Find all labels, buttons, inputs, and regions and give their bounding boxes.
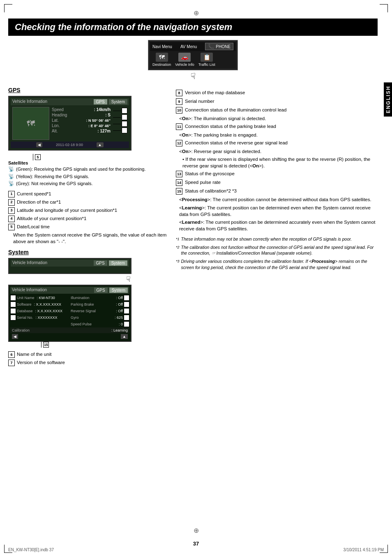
sys-callout-11: 11	[124, 302, 129, 307]
gps-section: GPS Vehicle Information GPS System	[8, 87, 168, 245]
right-item-11-sub: <On>: The parking brake is engaged.	[176, 132, 378, 138]
right-item-15: 15 Status of calibration*2 *3	[176, 188, 378, 195]
nav-destination-icon: 🗺 Destination	[152, 53, 171, 67]
system-item-6-text: Name of the unit	[17, 351, 51, 357]
sat-yellow: 📡 (Yellow): Receiving the GPS signals.	[8, 174, 168, 180]
sys-up-btn: ▲	[121, 334, 128, 339]
page-title: Checking the information of the navigati…	[8, 19, 378, 36]
gps-tab-outer: GPS	[94, 260, 107, 266]
sys-callout-12: 12	[124, 308, 129, 314]
right-item-15-text: Status of calibration*2 *3	[185, 188, 237, 194]
gps-item-4-text: Altitude of your current position*1	[17, 215, 86, 222]
system-screen-wrapper: Vehicle Information GPS System ☟	[8, 258, 164, 348]
sat-yellow-desc: (Yellow): Receiving the GPS signals.	[16, 174, 89, 179]
footer-file-info: EN_KW-NT30[E].indb 37	[8, 548, 54, 552]
gps-note: When the System cannot receive the GPS s…	[8, 232, 168, 245]
gps-item-5-text: Date/Local time	[17, 223, 50, 230]
main-content: Checking the information of the navigati…	[8, 19, 378, 541]
right-column: 8 Version of the map database 9 Serial n…	[176, 87, 378, 367]
language-tab: ENGLISH	[384, 82, 392, 116]
forward-button: ▲	[97, 142, 104, 147]
cal-learning: <Learning>: The current position can be …	[176, 204, 378, 218]
right-item-10-text: Connection status of the illumination co…	[185, 107, 286, 113]
nav-phone-button: 📞 PHONE	[205, 43, 233, 50]
gps-screen-mock: Vehicle Information GPS System 🗺 S	[8, 96, 131, 151]
right-item-11-text: Connection status of the parking brake l…	[185, 123, 276, 130]
system-screen-title: Vehicle Information	[12, 288, 47, 293]
callout-4: 4	[122, 128, 127, 133]
crosshair-top-icon: ⊕	[194, 9, 199, 17]
gps-tab: GPS	[94, 99, 107, 104]
sat-green: 📡 (Green): Receiving the GPS signals and…	[8, 166, 168, 173]
nav-traffic-list-icon: 📋 Traffic List	[198, 53, 215, 67]
sat-green-desc: (Green): Receiving the GPS signals and u…	[16, 166, 146, 172]
gps-map-display: 🗺	[12, 107, 49, 140]
gps-item-3: 3 Latitude and longitude of your current…	[8, 207, 168, 214]
gps-item-1-text: Current speed*1	[17, 190, 51, 197]
sys-callout-9: 9	[10, 315, 16, 320]
system-section: System Vehicle Information GPS System	[8, 249, 168, 366]
page-number: 37	[193, 541, 199, 547]
system-item-7: 7 Version of the software	[8, 359, 168, 366]
nav-menu-item-navi: Navi Menu	[152, 44, 172, 49]
right-item-14: 14 Speed pulse rate	[176, 179, 378, 186]
right-item-9-text: Serial number	[185, 98, 214, 104]
system-items-list: 6 Name of the unit 7 Version of the soft…	[8, 351, 168, 366]
right-item-10-sub: <On>: The illumination signal is detecte…	[176, 115, 378, 122]
corner-mark-tl	[4, 4, 12, 12]
left-column: GPS Vehicle Information GPS System	[8, 87, 168, 367]
gps-item-1: 1 Current speed*1	[8, 190, 168, 197]
sys-callout-14: 14	[124, 321, 129, 327]
right-item-14-text: Speed pulse rate	[185, 179, 221, 186]
sys-callout-10: 10	[124, 295, 129, 301]
system-inner-screen: Vehicle Information GPS System 6	[8, 285, 131, 342]
right-item-8-text: Version of the map database	[185, 89, 245, 96]
system-outer-title: Vehicle Information	[12, 260, 47, 266]
system-heading: System	[8, 249, 168, 255]
cal-learned: <Learned>: The current position can be d…	[176, 219, 378, 232]
nav-menu-item-av: AV Menu	[180, 44, 197, 49]
callout-2: 2	[122, 114, 127, 120]
sat-grey-desc: (Grey): Not receiving the GPS signals.	[16, 181, 92, 186]
back-button: ◀	[36, 142, 42, 147]
footnote-2: *2 The calibration does not function wit…	[176, 244, 378, 256]
sys-callout-13: 13	[124, 315, 129, 320]
sys-callout-6: 6	[10, 295, 16, 301]
system-tab-gps-screen: System	[109, 99, 127, 104]
right-item-9: 9 Serial number	[176, 98, 378, 105]
gps-screen-wrapper: Vehicle Information GPS System 🗺 S	[8, 96, 164, 160]
gps-items-list: 1 Current speed*1 2 Direction of the car…	[8, 190, 168, 245]
gps-item-5: 5 Date/Local time	[8, 223, 168, 230]
right-item-12-text: Connection status of the reverse gear si…	[185, 139, 288, 146]
footnotes-section: *1 These information may not be shown co…	[176, 236, 378, 270]
right-item-12: 12 Connection status of the reverse gear…	[176, 139, 378, 146]
content-columns: GPS Vehicle Information GPS System	[8, 87, 378, 367]
callout-15-bottom: 15	[43, 342, 49, 348]
gps-tab-inner: GPS	[94, 288, 108, 293]
right-item-12-subsub: • If the rear view screen is displayed w…	[176, 156, 378, 169]
right-item-13: 13 Status of the gyroscope	[176, 170, 378, 177]
system-item-7-text: Version of the software	[17, 359, 65, 366]
callout-5: 5	[35, 154, 41, 160]
gps-item-2: 2 Direction of the car*1	[8, 199, 168, 206]
sys-callout-8: 8	[10, 308, 16, 314]
system-hand-pointer: ☟	[8, 275, 131, 284]
nav-menu-screenshot: Navi Menu AV Menu 📞 PHONE 🗺 Destination …	[8, 40, 378, 81]
sat-grey: 📡 (Grey): Not receiving the GPS signals.	[8, 181, 168, 187]
sys-back-btn: ◀	[12, 334, 18, 339]
right-item-10: 10 Connection status of the illumination…	[176, 107, 378, 114]
footer-timestamp: 3/10/2011 4:51:19 PM	[344, 548, 384, 552]
callout-1: 1	[122, 108, 127, 114]
gps-item-3-text: Latitude and longitude of your current p…	[17, 207, 117, 214]
right-item-12-sub: <On>: Reverse gear signal is detected.	[176, 148, 378, 155]
footnote-1: *1 These information may not be shown co…	[176, 236, 378, 242]
corner-mark-tr	[380, 4, 388, 12]
right-item-11: 11 Connection status of the parking brak…	[176, 123, 378, 130]
datetime-display: 2011-02-18 9:00	[56, 143, 83, 147]
footnote-2-text: The calibration does not function withou…	[181, 244, 378, 256]
footnote-3-text: Driving under various conditions complet…	[181, 258, 378, 270]
gps-heading: GPS	[8, 87, 168, 93]
gps-screen-footer: ◀ 2011-02-18 9:00 ▲	[11, 142, 129, 148]
satellites-section: Satellites 📡 (Green): Receiving the GPS …	[8, 160, 168, 187]
gps-item-2-text: Direction of the car*1	[17, 199, 61, 205]
